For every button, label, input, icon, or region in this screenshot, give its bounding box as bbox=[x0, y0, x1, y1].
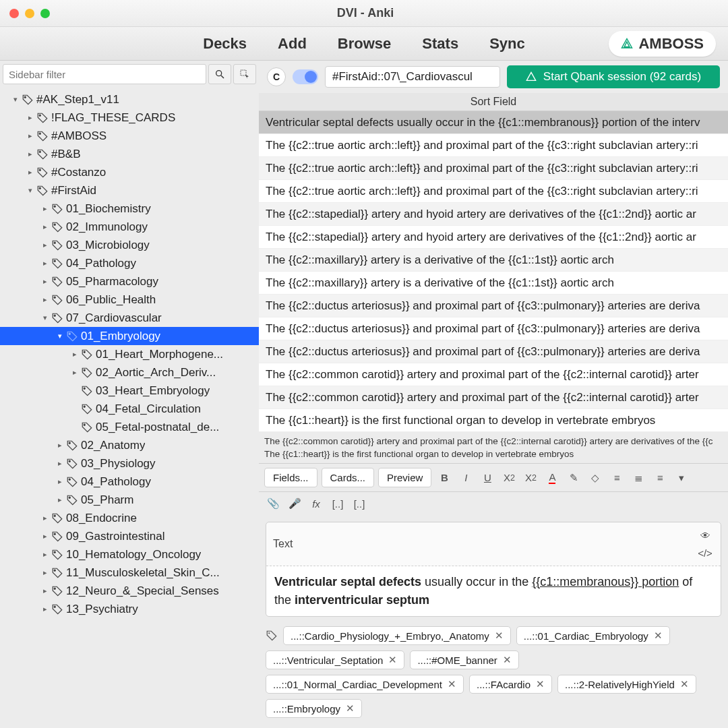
tree-row[interactable]: ▾01_Embryology bbox=[0, 327, 259, 345]
sort-header[interactable]: Sort Field bbox=[259, 93, 728, 111]
eye-icon[interactable]: 👁 bbox=[696, 526, 714, 544]
more-icon[interactable]: ▾ bbox=[673, 469, 690, 487]
maximize-icon[interactable] bbox=[40, 9, 50, 18]
tag-pill[interactable]: ...::Cardio_Physiology_+_Embryo,_Anatomy… bbox=[283, 626, 511, 645]
card-row[interactable]: The {{c1::heart}} is the first functiona… bbox=[259, 409, 728, 432]
tree-row[interactable]: ▸10_Hematology_Oncology bbox=[0, 545, 259, 564]
chevron-icon[interactable]: ▸ bbox=[39, 568, 51, 577]
fx-icon[interactable]: fx bbox=[307, 495, 325, 512]
text-color-icon[interactable]: A bbox=[543, 469, 561, 487]
card-row[interactable]: The {{c2::stapedial}} artery and hyoid a… bbox=[259, 203, 728, 226]
menu-decks[interactable]: Decks bbox=[203, 35, 247, 53]
tree-row[interactable]: ▸02_Anatomy bbox=[0, 436, 259, 454]
tree-row[interactable]: ▸02_Immunology bbox=[0, 218, 259, 236]
tree-row[interactable]: 04_Fetal_Circulation bbox=[0, 400, 259, 418]
subscript-icon[interactable]: X2 bbox=[522, 469, 539, 487]
underline-icon[interactable]: U bbox=[479, 469, 496, 487]
tree-row[interactable]: ▸13_Psychiatry bbox=[0, 600, 259, 618]
search-input[interactable]: #FirstAid::07\_Cardiovascul bbox=[325, 66, 500, 88]
tree-row[interactable]: ▸08_Endocrine bbox=[0, 509, 259, 527]
select-mode-icon[interactable] bbox=[233, 64, 256, 84]
list-ul-icon[interactable]: ≡ bbox=[608, 469, 626, 487]
italic-icon[interactable]: I bbox=[457, 469, 475, 487]
chevron-icon[interactable]: ▸ bbox=[39, 586, 51, 595]
tag-remove-icon[interactable]: ✕ bbox=[654, 630, 663, 642]
tree-row[interactable]: ▸#Costanzo bbox=[0, 163, 259, 181]
tree-row[interactable]: ▸03_Physiology bbox=[0, 454, 259, 473]
tree-row[interactable]: ▸04_Pathology bbox=[0, 473, 259, 491]
tree-row[interactable]: ▸05_Pharm bbox=[0, 491, 259, 509]
eraser-icon[interactable]: ◇ bbox=[586, 469, 604, 487]
card-row[interactable]: The {{c2::ductus arteriosus}} and proxim… bbox=[259, 317, 728, 340]
chevron-icon[interactable]: ▾ bbox=[54, 332, 66, 340]
chevron-icon[interactable]: ▸ bbox=[39, 605, 51, 613]
tag-pill[interactable]: ...::2-RelativelyHighYield✕ bbox=[557, 675, 696, 694]
menu-sync[interactable]: Sync bbox=[489, 35, 525, 53]
card-row[interactable]: Ventricular septal defects usually occur… bbox=[259, 111, 728, 134]
chevron-icon[interactable]: ▸ bbox=[39, 295, 51, 304]
chevron-icon[interactable]: ▸ bbox=[39, 277, 51, 286]
tag-remove-icon[interactable]: ✕ bbox=[448, 678, 456, 690]
tree-row[interactable]: ▸12_Neuro_&_Special_Senses bbox=[0, 582, 259, 600]
cloze-icon[interactable]: [..] bbox=[329, 495, 346, 512]
tree-row[interactable]: ▸11_Musculoskeletal_Skin_C... bbox=[0, 564, 259, 582]
tag-pill[interactable]: ...::#OME_banner✕ bbox=[410, 650, 518, 669]
highlight-icon[interactable]: ✎ bbox=[565, 469, 582, 487]
card-row[interactable]: The {{c2::stapedial}} artery and hyoid a… bbox=[259, 226, 728, 249]
sidebar-filter-input[interactable] bbox=[3, 64, 206, 84]
tag-remove-icon[interactable]: ✕ bbox=[346, 702, 355, 715]
chevron-icon[interactable]: ▾ bbox=[24, 186, 36, 195]
tag-remove-icon[interactable]: ✕ bbox=[503, 654, 512, 666]
start-qbank-button[interactable]: Start Qbank session (92 cards) bbox=[507, 65, 720, 88]
tree-row[interactable]: ▾#AK_Step1_v11 bbox=[0, 90, 259, 109]
tree-row[interactable]: ▸!FLAG_THESE_CARDS bbox=[0, 109, 259, 127]
minimize-icon[interactable] bbox=[25, 9, 34, 18]
tree-row[interactable]: ▸02_Aortic_Arch_Deriv... bbox=[0, 363, 259, 382]
tag-pill[interactable]: ...::Ventricular_Septation✕ bbox=[266, 650, 404, 669]
fields-button[interactable]: Fields... bbox=[264, 468, 317, 487]
chevron-icon[interactable]: ▸ bbox=[54, 459, 66, 468]
align-icon[interactable]: ≡ bbox=[651, 469, 669, 487]
tag-pill[interactable]: ...::01_Cardiac_Embryology✕ bbox=[516, 626, 670, 645]
tree-row[interactable]: ▸01_Biochemistry bbox=[0, 200, 259, 218]
menu-browse[interactable]: Browse bbox=[338, 35, 391, 53]
card-row[interactable]: The {{c2::ductus arteriosus}} and proxim… bbox=[259, 340, 728, 363]
chevron-icon[interactable]: ▸ bbox=[39, 532, 51, 541]
card-row[interactable]: The {{c2::true aortic arch::left}} and p… bbox=[259, 180, 728, 203]
chevron-icon[interactable]: ▸ bbox=[39, 259, 51, 268]
card-row[interactable]: The {{c2::maxillary}} artery is a deriva… bbox=[259, 249, 728, 272]
chevron-icon[interactable]: ▸ bbox=[24, 168, 36, 177]
card-row[interactable]: The {{c2::common carotid}} artery and pr… bbox=[259, 363, 728, 386]
cloze-same-icon[interactable]: [..] bbox=[351, 495, 368, 512]
tree-row[interactable]: ▸#AMBOSS bbox=[0, 127, 259, 145]
tree-row[interactable]: 05_Fetal-postnatal_de... bbox=[0, 418, 259, 436]
html-icon[interactable]: </> bbox=[696, 544, 714, 562]
toggle-switch[interactable] bbox=[293, 69, 318, 84]
tree-row[interactable]: ▸#B&B bbox=[0, 145, 259, 163]
chevron-icon[interactable]: ▸ bbox=[39, 241, 51, 249]
menu-stats[interactable]: Stats bbox=[422, 35, 458, 53]
amboss-button[interactable]: AMBOSS bbox=[609, 31, 716, 57]
tree-row[interactable]: ▸09_Gastrointestinal bbox=[0, 527, 259, 545]
card-row[interactable]: The {{c2::true aortic arch::left}} and p… bbox=[259, 157, 728, 180]
tag-remove-icon[interactable]: ✕ bbox=[495, 630, 504, 642]
tag-pill[interactable]: ...::FAcardio✕ bbox=[469, 675, 552, 694]
tree-row[interactable]: ▸03_Microbiology bbox=[0, 236, 259, 254]
chevron-icon[interactable]: ▸ bbox=[39, 204, 51, 213]
field-body[interactable]: Ventricular septal defects usually occur… bbox=[266, 566, 721, 616]
tag-pill[interactable]: ...::01_Normal_Cardiac_Development✕ bbox=[266, 675, 464, 694]
superscript-icon[interactable]: X2 bbox=[500, 469, 518, 487]
tree-row[interactable]: ▸05_Pharmacology bbox=[0, 272, 259, 291]
search-icon[interactable] bbox=[208, 64, 231, 84]
chevron-icon[interactable]: ▸ bbox=[24, 131, 36, 140]
card-row[interactable]: The {{c2::maxillary}} artery is a deriva… bbox=[259, 272, 728, 295]
tag-pill[interactable]: ...::Embryology✕ bbox=[266, 699, 362, 718]
tree-row[interactable]: ▸01_Heart_Morphogene... bbox=[0, 345, 259, 363]
chevron-icon[interactable]: ▸ bbox=[24, 150, 36, 158]
card-row[interactable]: The {{c2::common carotid}} artery and pr… bbox=[259, 386, 728, 409]
chevron-icon[interactable]: ▸ bbox=[54, 441, 66, 450]
card-row[interactable]: The {{c2::true aortic arch::left}} and p… bbox=[259, 134, 728, 157]
chevron-icon[interactable]: ▸ bbox=[39, 222, 51, 231]
close-icon[interactable] bbox=[9, 9, 19, 18]
chevron-icon[interactable]: ▸ bbox=[39, 550, 51, 559]
